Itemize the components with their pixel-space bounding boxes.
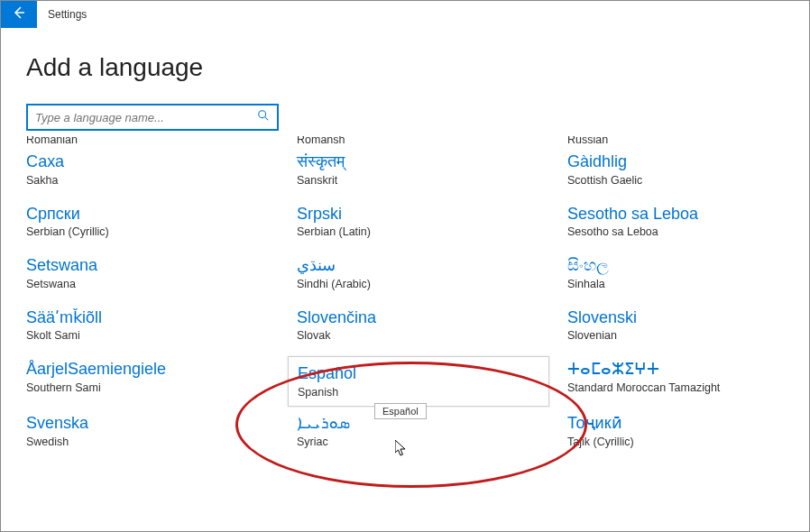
language-native-name: Тоҷикӣ xyxy=(567,414,784,434)
language-native-name: संस्कृतम् xyxy=(297,152,567,172)
language-english-name: Romansh xyxy=(297,136,345,146)
language-english-name: Skolt Sami xyxy=(26,329,297,342)
language-item[interactable]: سنڌيSindhi (Arabic) xyxy=(297,252,567,301)
language-english-name: Spanish xyxy=(298,386,539,399)
language-english-name: Sesotho sa Leboa xyxy=(567,225,784,238)
language-english-name: Sanskrit xyxy=(297,174,567,187)
language-item[interactable]: СахаSakha xyxy=(26,149,297,197)
list-item[interactable]: Russian xyxy=(567,136,784,149)
language-item[interactable]: SlovenčinaSlovak xyxy=(297,305,567,353)
language-english-name: Serbian (Latin) xyxy=(297,225,567,238)
language-native-name: Slovenčina xyxy=(297,308,567,328)
language-native-name: ⵜⴰⵎⴰⵣⵉⵖⵜ xyxy=(567,360,784,380)
language-item[interactable]: ܣܘܪܝܝܐSyriac xyxy=(297,410,567,459)
language-item[interactable]: ТоҷикӣTajik (Cyrillic) xyxy=(567,410,784,459)
language-english-name: Sindhi (Arabic) xyxy=(297,278,567,290)
language-native-name: Setswana xyxy=(26,256,297,276)
language-item[interactable]: EspañolSpanish xyxy=(288,356,549,407)
language-item[interactable]: СрпскиSerbian (Cyrillic) xyxy=(26,201,297,250)
language-native-name: Саха xyxy=(26,152,297,172)
window-title: Settings xyxy=(48,8,87,21)
language-native-name: سنڌي xyxy=(297,256,567,276)
language-native-name: Српски xyxy=(26,205,297,225)
svg-point-0 xyxy=(259,111,266,118)
list-item[interactable]: Romansh xyxy=(297,136,567,149)
list-item[interactable]: Romanian xyxy=(26,136,297,149)
language-english-name: Russian xyxy=(567,136,608,146)
language-native-name: ܣܘܪܝܝܐ xyxy=(297,414,567,434)
search-icon xyxy=(257,109,270,125)
language-english-name: Sakha xyxy=(26,174,297,187)
language-english-name: Romanian xyxy=(26,136,78,146)
language-english-name: Setswana xyxy=(26,278,297,290)
search-input[interactable] xyxy=(35,111,257,124)
language-english-name: Swedish xyxy=(26,436,297,448)
language-native-name: Sääʹmǩiõll xyxy=(26,308,297,328)
page-title: Add a language xyxy=(26,53,784,82)
language-english-name: Sinhala xyxy=(567,278,784,290)
language-english-name: Slovenian xyxy=(567,329,784,342)
language-native-name: Sesotho sa Leboa xyxy=(567,205,784,225)
svg-line-1 xyxy=(265,117,269,121)
language-item[interactable]: संस्कृतम्Sanskrit xyxy=(297,149,567,197)
language-item[interactable]: SvenskaSwedish xyxy=(26,410,297,459)
language-item[interactable]: Åarjel​Saemien​gieleSouthern Sami xyxy=(26,356,297,407)
search-box[interactable] xyxy=(26,104,279,131)
language-item[interactable]: GàidhligScottish Gaelic xyxy=(567,149,784,197)
language-native-name: Slovenski xyxy=(567,308,784,328)
language-item[interactable]: ⵜⴰⵎⴰⵣⵉⵖⵜStandard Moroccan Tamazight xyxy=(567,356,784,407)
language-native-name: Gàidhlig xyxy=(567,152,784,172)
language-english-name: Tajik (Cyrillic) xyxy=(567,436,784,448)
language-english-name: Serbian (Cyrillic) xyxy=(26,225,297,238)
language-item[interactable]: SääʹmǩiõllSkolt Sami xyxy=(26,305,297,353)
language-native-name: Åarjel​Saemien​giele xyxy=(26,360,297,380)
cursor-icon xyxy=(395,440,410,462)
language-english-name: Syriac xyxy=(297,436,567,448)
back-arrow-icon xyxy=(12,5,26,23)
language-english-name: Scottish Gaelic xyxy=(567,174,784,187)
language-item[interactable]: SetswanaSetswana xyxy=(26,252,297,301)
language-native-name: සිංහල xyxy=(567,256,784,276)
language-english-name: Standard Moroccan Tamazight xyxy=(567,381,784,394)
language-item[interactable]: Sesotho sa LeboaSesotho sa Leboa xyxy=(567,201,784,250)
language-english-name: Slovak xyxy=(297,329,567,342)
language-native-name: Srpski xyxy=(297,205,567,225)
language-item[interactable]: සිංහලSinhala xyxy=(567,252,784,301)
tooltip: Español xyxy=(374,403,427,419)
language-native-name: Español xyxy=(298,364,539,384)
language-item[interactable]: SrpskiSerbian (Latin) xyxy=(297,201,567,250)
back-button[interactable] xyxy=(1,1,37,28)
language-native-name: Svenska xyxy=(26,414,297,434)
language-english-name: Southern Sami xyxy=(26,381,297,394)
language-item[interactable]: SlovenskiSlovenian xyxy=(567,305,784,353)
